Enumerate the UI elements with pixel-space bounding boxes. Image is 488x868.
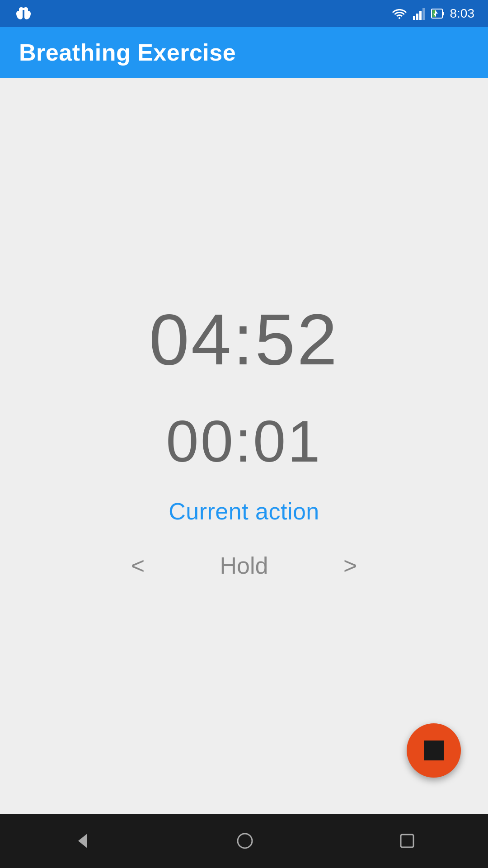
back-icon bbox=[72, 831, 92, 851]
main-content: 04:52 00:01 Current action < Hold > bbox=[0, 78, 488, 814]
nav-bar bbox=[0, 814, 488, 868]
home-button[interactable] bbox=[226, 822, 264, 860]
app-bar: Breathing Exercise bbox=[0, 27, 488, 78]
svg-point-9 bbox=[238, 834, 252, 848]
app-title: Breathing Exercise bbox=[19, 39, 236, 66]
signal-icon bbox=[413, 7, 426, 20]
next-action-button[interactable]: > bbox=[325, 543, 375, 588]
recents-button[interactable] bbox=[389, 823, 425, 859]
timer-main: 04:52 bbox=[149, 303, 339, 376]
wifi-icon bbox=[391, 7, 408, 20]
action-navigation: < Hold > bbox=[0, 543, 488, 588]
svg-rect-3 bbox=[422, 8, 425, 20]
timer-secondary: 00:01 bbox=[166, 412, 322, 471]
status-time: 8:03 bbox=[450, 6, 475, 21]
status-bar-right: 8:03 bbox=[391, 6, 475, 21]
back-button[interactable] bbox=[63, 822, 101, 860]
current-action-label: Current action bbox=[169, 498, 319, 525]
status-bar: 8:03 bbox=[0, 0, 488, 27]
svg-rect-0 bbox=[413, 16, 415, 20]
svg-marker-8 bbox=[78, 834, 87, 848]
svg-rect-2 bbox=[419, 11, 422, 20]
svg-rect-1 bbox=[416, 14, 418, 20]
svg-rect-10 bbox=[401, 835, 413, 847]
prev-action-button[interactable]: < bbox=[113, 543, 163, 588]
status-bar-left bbox=[14, 6, 33, 21]
recents-icon bbox=[398, 832, 416, 850]
stop-button[interactable] bbox=[407, 723, 461, 778]
lungs-icon bbox=[14, 6, 33, 21]
home-icon bbox=[235, 831, 255, 851]
stop-icon bbox=[424, 741, 444, 760]
svg-rect-5 bbox=[442, 12, 444, 15]
battery-icon bbox=[431, 7, 445, 20]
action-name: Hold bbox=[199, 552, 289, 579]
